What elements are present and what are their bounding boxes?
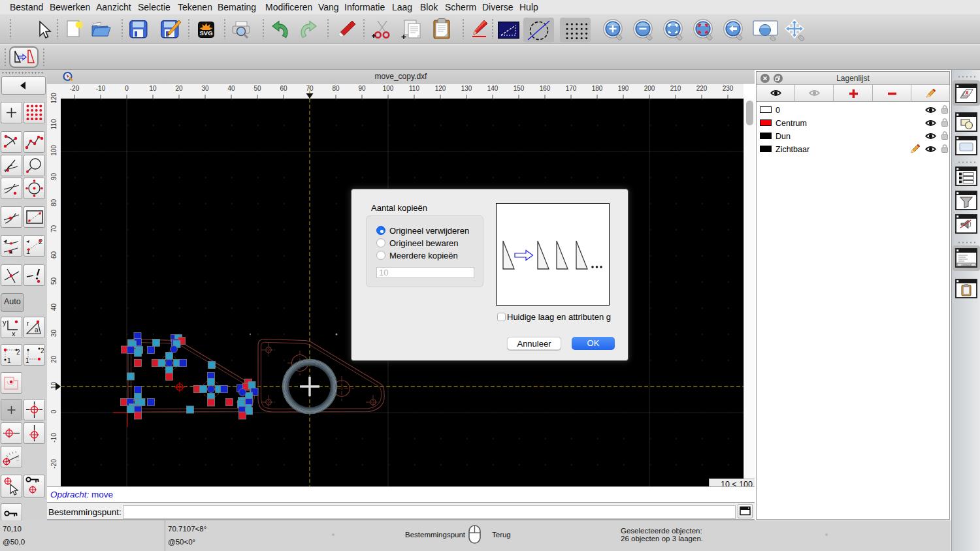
svg-text:x: x bbox=[12, 330, 16, 337]
svg-text:command: command bbox=[961, 264, 971, 266]
svg-text:SVG: SVG bbox=[199, 29, 212, 37]
svg-text:r: r bbox=[27, 320, 29, 327]
svg-text:a: a bbox=[35, 326, 39, 334]
svg-text:1: 1 bbox=[7, 357, 11, 364]
svg-text:y: y bbox=[3, 319, 7, 326]
svg-text:2: 2 bbox=[41, 347, 44, 354]
svg-text:2: 2 bbox=[16, 349, 20, 356]
svg-text:1: 1 bbox=[25, 357, 29, 364]
